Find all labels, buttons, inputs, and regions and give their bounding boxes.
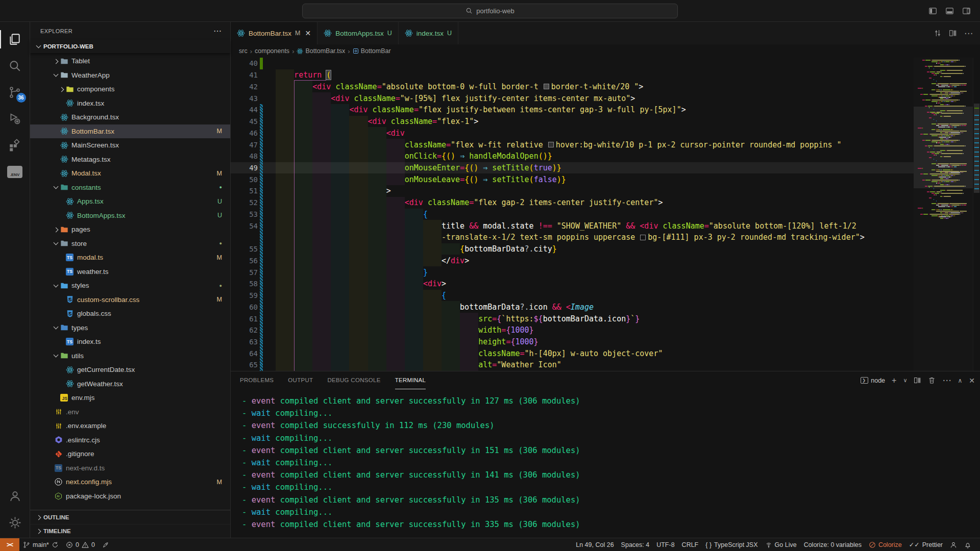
code-line-40[interactable]: 40 (231, 58, 914, 69)
code-line-56[interactable]: 56</div> (231, 255, 914, 266)
colorize-variables[interactable]: Colorize: 0 variables (800, 538, 865, 551)
toggle-secondary-sidebar-icon[interactable] (962, 7, 971, 15)
code-line-57[interactable]: 57} (231, 266, 914, 278)
code-line-61[interactable]: 61src={`https:${bottomBarData.icon}`} (231, 313, 914, 324)
timeline-section[interactable]: TIMELINE (30, 524, 230, 538)
split-terminal-icon[interactable] (914, 377, 921, 384)
settings-gear-icon[interactable] (0, 509, 30, 536)
language-mode[interactable]: { } TypeScript JSX (702, 538, 761, 551)
close-panel-icon[interactable]: ✕ (969, 377, 975, 385)
command-center-search[interactable]: portfolio-web (302, 4, 678, 18)
tree-item-styles[interactable]: styles● (30, 279, 230, 293)
minimap[interactable] (914, 58, 973, 371)
tree-item-utils[interactable]: utils (30, 349, 230, 363)
editor-scrollbar[interactable] (973, 58, 980, 371)
explorer-more-actions-icon[interactable]: ⋯ (213, 26, 222, 36)
prettier[interactable]: ✓✓ Prettier (905, 538, 946, 551)
close-icon[interactable]: ✕ (305, 29, 311, 37)
breadcrumb-item-bottombar[interactable]: BottomBar (353, 47, 391, 55)
tree-item-apps-tsx[interactable]: Apps.tsxU (30, 194, 230, 209)
rocket-item[interactable] (99, 538, 113, 551)
dotenv-activity-icon[interactable]: .ENV (0, 159, 30, 185)
compare-changes-icon[interactable] (934, 29, 942, 37)
tree-item-getweather-tsx[interactable]: getWeather.tsx (30, 377, 230, 391)
tree-item-tablet[interactable]: Tablet (30, 54, 230, 68)
tree-item-index-tsx[interactable]: index.tsx (30, 96, 230, 111)
code-editor[interactable]: 4041return (42<div className="absolute b… (231, 58, 914, 371)
panel-tab-output[interactable]: OUTPUT (288, 371, 313, 389)
tree-item--gitignore[interactable]: .gitignore (30, 447, 230, 461)
code-line-48[interactable]: 48onClick={() ⇒ handleModalOpen()} (231, 151, 914, 162)
tree-item-next-env-d-ts[interactable]: TSnext-env.d.ts (30, 461, 230, 475)
tree-item--env-example[interactable]: .env.example (30, 419, 230, 433)
feedback-item[interactable] (946, 538, 961, 551)
toggle-panel-icon[interactable] (945, 7, 954, 15)
code-line-62[interactable]: 62width={1000} (231, 324, 914, 336)
terminal-dropdown-icon[interactable]: ∨ (903, 377, 907, 384)
kill-terminal-icon[interactable] (928, 377, 936, 384)
problems-item[interactable]: 0 0 (62, 538, 99, 551)
tree-item-index-ts[interactable]: TSindex.ts (30, 335, 230, 349)
tab-index-tsx[interactable]: index.tsxU (399, 22, 458, 44)
code-line-49[interactable]: 49onMouseEnter={() ⇒ setTitle(true)} (231, 162, 914, 174)
code-line-43[interactable]: 43<div className="w-[95%] flex justify-c… (231, 92, 914, 104)
code-line-63[interactable]: 63height={1000} (231, 336, 914, 348)
split-editor-icon[interactable] (949, 29, 957, 37)
source-control-activity-icon[interactable]: 36 (0, 79, 30, 106)
tree-item-mainscreen-tsx[interactable]: MainScreen.tsx (30, 138, 230, 153)
terminal-shell-chip[interactable]: ❯node (861, 377, 885, 384)
tree-item-metatags-tsx[interactable]: Metatags.tsx (30, 153, 230, 167)
panel-tab-debug-console[interactable]: DEBUG CONSOLE (327, 371, 380, 389)
tree-item--env[interactable]: .env (30, 405, 230, 419)
code-line-47[interactable]: 47className="flex w-fit relative hover:b… (231, 139, 914, 151)
tree-item-weather-ts[interactable]: TSweather.ts (30, 265, 230, 279)
encoding[interactable]: UTF-8 (653, 538, 678, 551)
terminal-output[interactable]: - event compiled client and server succe… (231, 389, 980, 538)
code-line-54[interactable]: 54title && modal.state !== "SHOW_WEATHER… (231, 220, 914, 232)
breadcrumb-item-bottombar-tsx[interactable]: BottomBar.tsx (297, 47, 345, 55)
code-line-55[interactable]: 55{bottomBarData?.city} (231, 243, 914, 255)
search-activity-icon[interactable] (0, 53, 30, 79)
accounts-icon[interactable] (0, 483, 30, 509)
code-line-50[interactable]: 50onMouseLeave={() ⇒ setTitle(false)} (231, 173, 914, 185)
code-line-59[interactable]: 59{ (231, 290, 914, 302)
go-live[interactable]: Go Live (762, 538, 800, 551)
tree-item--eslintrc-cjs[interactable]: .eslintrc.cjs (30, 433, 230, 447)
code-line-65[interactable]: 65alt="Weather Icon" (231, 359, 914, 371)
code-line-53[interactable]: 53{ (231, 209, 914, 220)
toggle-sidebar-icon[interactable] (928, 7, 937, 15)
git-branch-item[interactable]: main* (19, 538, 62, 551)
tree-item-weatherapp[interactable]: WeatherApp (30, 68, 230, 83)
tree-item-constants[interactable]: constants● (30, 181, 230, 195)
code-line-41[interactable]: 41return ( (231, 69, 914, 81)
run-debug-activity-icon[interactable] (0, 106, 30, 132)
tree-item-package-lock-json[interactable]: package-lock.json (30, 489, 230, 504)
cursor-position[interactable]: Ln 49, Col 26 (572, 538, 617, 551)
tree-item-modal-tsx[interactable]: Modal.tsxM (30, 166, 230, 181)
code-line-45[interactable]: 45<div className="flex-1"> (231, 116, 914, 128)
explorer-activity-icon[interactable] (0, 26, 30, 53)
code-line-44[interactable]: 44<div className="flex justify-between i… (231, 104, 914, 116)
maximize-panel-icon[interactable]: ∧ (958, 377, 962, 384)
tree-item-types[interactable]: types (30, 321, 230, 335)
tree-item-background-tsx[interactable]: Background.tsx (30, 110, 230, 124)
tree-item-getcurrentdate-tsx[interactable]: getCurrentDate.tsx (30, 363, 230, 377)
tree-item-components[interactable]: components (30, 82, 230, 96)
code-line-wrap[interactable]: -translate-x-1/2 text-sm poppins upperca… (231, 232, 914, 243)
eol[interactable]: CRLF (678, 538, 702, 551)
breadcrumb-item-components[interactable]: components (255, 47, 289, 55)
tree-item-bottombar-tsx[interactable]: BottomBar.tsxM (30, 124, 230, 139)
code-line-64[interactable]: 64className="h-[40px] w-auto object-cove… (231, 347, 914, 359)
tree-item-modal-ts[interactable]: TSmodal.tsM (30, 251, 230, 265)
tree-item-next-config-mjs[interactable]: next.config.mjsM (30, 475, 230, 489)
editor-more-actions-icon[interactable]: ⋯ (964, 28, 973, 39)
tree-item-pages[interactable]: pages (30, 222, 230, 237)
remote-indicator[interactable]: >< (0, 538, 19, 551)
notifications-item[interactable] (961, 538, 975, 551)
code-line-58[interactable]: 58<div> (231, 278, 914, 290)
colorize[interactable]: Colorize (865, 538, 905, 551)
tab-bottombar-tsx[interactable]: BottomBar.tsxM✕ (231, 22, 317, 44)
code-line-42[interactable]: 42<div className="absolute bottom-0 w-fu… (231, 81, 914, 92)
code-line-52[interactable]: 52<div className="flex gap-2 items-cente… (231, 197, 914, 209)
panel-tab-problems[interactable]: PROBLEMS (240, 371, 274, 389)
